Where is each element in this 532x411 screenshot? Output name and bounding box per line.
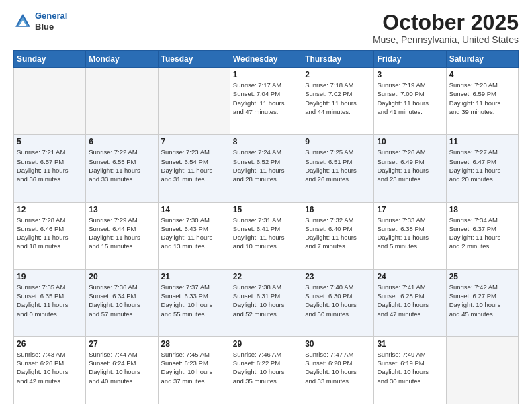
day-number: 14 bbox=[161, 205, 227, 214]
day-number: 21 bbox=[161, 272, 227, 281]
calendar-day-cell: 12Sunrise: 7:28 AM Sunset: 6:46 PM Dayli… bbox=[14, 202, 86, 269]
calendar-day-header: Sunday bbox=[14, 51, 86, 68]
calendar-day-cell: 18Sunrise: 7:34 AM Sunset: 6:37 PM Dayli… bbox=[446, 202, 518, 269]
calendar-day-cell: 4Sunrise: 7:20 AM Sunset: 6:59 PM Daylig… bbox=[446, 68, 518, 135]
calendar-day-cell: 14Sunrise: 7:30 AM Sunset: 6:43 PM Dayli… bbox=[158, 202, 230, 269]
day-info: Sunrise: 7:47 AM Sunset: 6:20 PM Dayligh… bbox=[305, 350, 371, 385]
calendar-day-cell: 17Sunrise: 7:33 AM Sunset: 6:38 PM Dayli… bbox=[374, 202, 446, 269]
day-info: Sunrise: 7:38 AM Sunset: 6:31 PM Dayligh… bbox=[233, 283, 299, 318]
calendar-week-row: 19Sunrise: 7:35 AM Sunset: 6:35 PM Dayli… bbox=[14, 269, 519, 336]
day-number: 4 bbox=[449, 70, 515, 79]
calendar-week-row: 12Sunrise: 7:28 AM Sunset: 6:46 PM Dayli… bbox=[14, 202, 519, 269]
day-info: Sunrise: 7:44 AM Sunset: 6:24 PM Dayligh… bbox=[89, 350, 154, 385]
calendar-day-cell: 15Sunrise: 7:31 AM Sunset: 6:41 PM Dayli… bbox=[230, 202, 302, 269]
day-number: 30 bbox=[305, 339, 371, 349]
calendar-day-cell: 23Sunrise: 7:40 AM Sunset: 6:30 PM Dayli… bbox=[302, 269, 374, 336]
calendar-day-cell: 25Sunrise: 7:42 AM Sunset: 6:27 PM Dayli… bbox=[446, 269, 518, 336]
calendar-day-cell: 30Sunrise: 7:47 AM Sunset: 6:20 PM Dayli… bbox=[302, 336, 374, 404]
calendar-header-row: SundayMondayTuesdayWednesdayThursdayFrid… bbox=[14, 51, 519, 68]
day-info: Sunrise: 7:24 AM Sunset: 6:52 PM Dayligh… bbox=[233, 148, 299, 183]
calendar-week-row: 26Sunrise: 7:43 AM Sunset: 6:26 PM Dayli… bbox=[14, 336, 519, 404]
calendar-day-cell: 5Sunrise: 7:21 AM Sunset: 6:57 PM Daylig… bbox=[14, 135, 86, 202]
day-number: 25 bbox=[449, 272, 515, 281]
calendar-day-cell: 2Sunrise: 7:18 AM Sunset: 7:02 PM Daylig… bbox=[302, 68, 374, 135]
calendar-day-cell: 16Sunrise: 7:32 AM Sunset: 6:40 PM Dayli… bbox=[302, 202, 374, 269]
day-info: Sunrise: 7:26 AM Sunset: 6:49 PM Dayligh… bbox=[377, 148, 443, 183]
day-info: Sunrise: 7:35 AM Sunset: 6:35 PM Dayligh… bbox=[17, 283, 83, 318]
day-info: Sunrise: 7:21 AM Sunset: 6:57 PM Dayligh… bbox=[17, 148, 83, 183]
day-number: 11 bbox=[449, 137, 515, 146]
calendar-day-cell: 31Sunrise: 7:49 AM Sunset: 6:19 PM Dayli… bbox=[374, 336, 446, 404]
day-number: 9 bbox=[305, 137, 371, 146]
calendar-day-cell: 6Sunrise: 7:22 AM Sunset: 6:55 PM Daylig… bbox=[86, 135, 158, 202]
calendar-day-header: Tuesday bbox=[158, 51, 230, 68]
day-info: Sunrise: 7:49 AM Sunset: 6:19 PM Dayligh… bbox=[377, 350, 443, 385]
day-info: Sunrise: 7:32 AM Sunset: 6:40 PM Dayligh… bbox=[305, 216, 371, 251]
calendar-day-cell: 20Sunrise: 7:36 AM Sunset: 6:34 PM Dayli… bbox=[86, 269, 158, 336]
calendar-day-cell: 27Sunrise: 7:44 AM Sunset: 6:24 PM Dayli… bbox=[86, 336, 158, 404]
day-number: 17 bbox=[377, 205, 443, 214]
day-number: 24 bbox=[377, 272, 443, 281]
calendar-day-cell: 26Sunrise: 7:43 AM Sunset: 6:26 PM Dayli… bbox=[14, 336, 86, 404]
day-number: 1 bbox=[233, 70, 299, 79]
day-number: 26 bbox=[17, 339, 83, 349]
day-info: Sunrise: 7:20 AM Sunset: 6:59 PM Dayligh… bbox=[449, 81, 515, 116]
day-info: Sunrise: 7:30 AM Sunset: 6:43 PM Dayligh… bbox=[161, 216, 227, 251]
logo-line2: Blue bbox=[35, 21, 67, 32]
calendar-day-cell bbox=[14, 68, 86, 135]
calendar-day-cell: 7Sunrise: 7:23 AM Sunset: 6:54 PM Daylig… bbox=[158, 135, 230, 202]
header: General Blue October 2025 Muse, Pennsylv… bbox=[13, 11, 519, 45]
calendar-day-cell: 1Sunrise: 7:17 AM Sunset: 7:04 PM Daylig… bbox=[230, 68, 302, 135]
calendar-week-row: 1Sunrise: 7:17 AM Sunset: 7:04 PM Daylig… bbox=[14, 68, 519, 135]
calendar-day-cell: 28Sunrise: 7:45 AM Sunset: 6:23 PM Dayli… bbox=[158, 336, 230, 404]
calendar-day-cell: 19Sunrise: 7:35 AM Sunset: 6:35 PM Dayli… bbox=[14, 269, 86, 336]
calendar-day-cell: 8Sunrise: 7:24 AM Sunset: 6:52 PM Daylig… bbox=[230, 135, 302, 202]
day-info: Sunrise: 7:33 AM Sunset: 6:38 PM Dayligh… bbox=[377, 216, 443, 251]
day-info: Sunrise: 7:46 AM Sunset: 6:22 PM Dayligh… bbox=[233, 350, 299, 385]
day-info: Sunrise: 7:17 AM Sunset: 7:04 PM Dayligh… bbox=[233, 81, 299, 116]
day-number: 13 bbox=[89, 205, 154, 214]
day-number: 6 bbox=[89, 137, 154, 146]
day-number: 7 bbox=[161, 137, 227, 146]
day-number: 10 bbox=[377, 137, 443, 146]
day-info: Sunrise: 7:41 AM Sunset: 6:28 PM Dayligh… bbox=[377, 283, 443, 318]
day-info: Sunrise: 7:29 AM Sunset: 6:44 PM Dayligh… bbox=[89, 216, 154, 251]
day-info: Sunrise: 7:22 AM Sunset: 6:55 PM Dayligh… bbox=[89, 148, 154, 183]
calendar-day-cell bbox=[158, 68, 230, 135]
calendar-day-cell: 13Sunrise: 7:29 AM Sunset: 6:44 PM Dayli… bbox=[86, 202, 158, 269]
calendar-day-header: Friday bbox=[374, 51, 446, 68]
day-info: Sunrise: 7:23 AM Sunset: 6:54 PM Dayligh… bbox=[161, 148, 227, 183]
day-number: 2 bbox=[305, 70, 371, 79]
day-info: Sunrise: 7:31 AM Sunset: 6:41 PM Dayligh… bbox=[233, 216, 299, 251]
title-block: October 2025 Muse, Pennsylvania, United … bbox=[373, 11, 519, 45]
calendar-day-cell: 3Sunrise: 7:19 AM Sunset: 7:00 PM Daylig… bbox=[374, 68, 446, 135]
day-number: 28 bbox=[161, 339, 227, 349]
day-number: 19 bbox=[17, 272, 83, 281]
day-info: Sunrise: 7:25 AM Sunset: 6:51 PM Dayligh… bbox=[305, 148, 371, 183]
day-number: 5 bbox=[17, 137, 83, 146]
day-info: Sunrise: 7:19 AM Sunset: 7:00 PM Dayligh… bbox=[377, 81, 443, 116]
calendar-day-cell: 22Sunrise: 7:38 AM Sunset: 6:31 PM Dayli… bbox=[230, 269, 302, 336]
calendar-day-cell: 9Sunrise: 7:25 AM Sunset: 6:51 PM Daylig… bbox=[302, 135, 374, 202]
calendar-day-cell bbox=[86, 68, 158, 135]
day-number: 23 bbox=[305, 272, 371, 281]
day-number: 29 bbox=[233, 339, 299, 349]
day-info: Sunrise: 7:18 AM Sunset: 7:02 PM Dayligh… bbox=[305, 81, 371, 116]
calendar-day-cell: 10Sunrise: 7:26 AM Sunset: 6:49 PM Dayli… bbox=[374, 135, 446, 202]
calendar-week-row: 5Sunrise: 7:21 AM Sunset: 6:57 PM Daylig… bbox=[14, 135, 519, 202]
day-info: Sunrise: 7:28 AM Sunset: 6:46 PM Dayligh… bbox=[17, 216, 83, 251]
day-number: 31 bbox=[377, 339, 443, 349]
logo-text: General Blue bbox=[35, 11, 67, 32]
calendar-day-cell: 11Sunrise: 7:27 AM Sunset: 6:47 PM Dayli… bbox=[446, 135, 518, 202]
logo-icon bbox=[13, 12, 32, 31]
day-info: Sunrise: 7:45 AM Sunset: 6:23 PM Dayligh… bbox=[161, 350, 227, 385]
day-number: 16 bbox=[305, 205, 371, 214]
day-number: 22 bbox=[233, 272, 299, 281]
day-number: 27 bbox=[89, 339, 154, 349]
day-info: Sunrise: 7:43 AM Sunset: 6:26 PM Dayligh… bbox=[17, 350, 83, 385]
day-info: Sunrise: 7:36 AM Sunset: 6:34 PM Dayligh… bbox=[89, 283, 154, 318]
day-info: Sunrise: 7:42 AM Sunset: 6:27 PM Dayligh… bbox=[449, 283, 515, 318]
day-number: 8 bbox=[233, 137, 299, 146]
day-number: 20 bbox=[89, 272, 154, 281]
calendar-day-cell: 24Sunrise: 7:41 AM Sunset: 6:28 PM Dayli… bbox=[374, 269, 446, 336]
